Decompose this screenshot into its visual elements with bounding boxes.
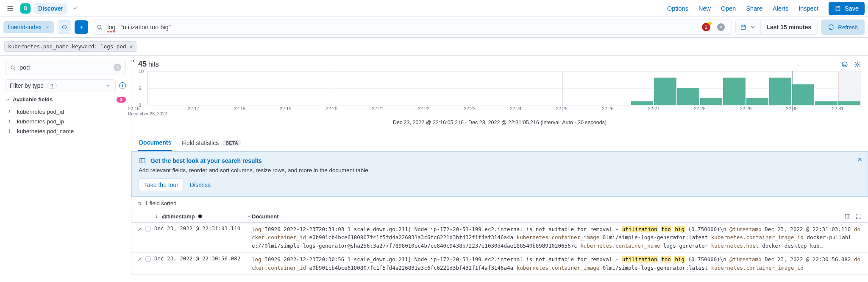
clock-icon xyxy=(198,214,203,219)
svg-point-1 xyxy=(98,25,101,28)
expand-row-icon[interactable]: ↗ xyxy=(137,226,142,232)
query-bar[interactable]: log : "utilization too big" 1 ✕ xyxy=(92,20,732,35)
field-item[interactable]: tkubernetes.pod_name xyxy=(5,126,126,136)
x-tick-label: 22:20 xyxy=(326,106,338,111)
topnav-new[interactable]: New xyxy=(698,5,711,12)
topnav-alerts[interactable]: Alerts xyxy=(773,5,788,12)
callout-title: Get the best look at your search results xyxy=(150,157,262,164)
row-timestamp: Dec 23, 2022 @ 22:31:03.110 xyxy=(154,225,252,232)
field-type-icon: t xyxy=(6,128,13,134)
table-icon xyxy=(139,157,146,165)
sort-icon xyxy=(137,201,142,206)
available-fields-label: Available fields xyxy=(13,96,53,103)
svg-rect-6 xyxy=(140,159,145,163)
field-type-icon: t xyxy=(6,118,13,125)
histogram-bar[interactable] xyxy=(654,78,676,105)
field-item[interactable]: tkubernetes.pod_ip xyxy=(5,117,126,126)
filter-chip-label: kubernetes.pod_name.keyword: logs-pod xyxy=(8,43,126,50)
chevron-down-icon xyxy=(105,83,111,89)
add-filter-button[interactable] xyxy=(75,20,88,34)
filter-by-type[interactable]: Filter by type 0 xyxy=(5,79,116,92)
filter-chip-remove[interactable]: ✕ xyxy=(129,43,133,50)
histogram-bar[interactable] xyxy=(746,98,768,105)
saved-check-icon xyxy=(72,5,78,12)
field-search-input[interactable] xyxy=(19,64,110,71)
row-checkbox[interactable] xyxy=(145,256,151,262)
column-header-document[interactable]: Document xyxy=(252,213,844,220)
x-tick-label: 22:16December 23, 2022 xyxy=(128,106,167,116)
dismiss-link[interactable]: Dismiss xyxy=(190,181,211,188)
chevron-down-icon[interactable] xyxy=(247,214,252,219)
histogram-bar[interactable] xyxy=(792,84,814,105)
expand-row-icon[interactable]: ↗ xyxy=(137,256,142,262)
svg-rect-2 xyxy=(741,25,746,29)
svg-point-3 xyxy=(11,66,14,69)
hit-count: 45 hits xyxy=(138,60,159,69)
resize-handle[interactable]: ══ xyxy=(138,126,861,132)
histogram-bar[interactable] xyxy=(700,98,722,105)
space-avatar[interactable]: D xyxy=(20,3,31,14)
table-row: ↗ Dec 23, 2022 @ 22:30:56.082 log I0926 … xyxy=(131,253,868,275)
filter-chip[interactable]: kubernetes.pod_name.keyword: logs-pod ✕ xyxy=(4,41,136,52)
chevron-down-icon xyxy=(45,25,50,30)
available-fields-header[interactable]: Available fields 3 xyxy=(5,96,126,103)
nav-menu-button[interactable] xyxy=(3,2,17,15)
histogram-bar[interactable] xyxy=(677,88,699,105)
column-header-timestamp[interactable]: @timestamp xyxy=(154,213,252,220)
x-tick-label: 22:19 xyxy=(280,106,292,111)
take-tour-button[interactable]: Take the tour xyxy=(139,179,184,191)
refresh-button[interactable]: Refresh xyxy=(821,20,865,35)
sidebar-collapse-button[interactable] xyxy=(130,58,138,65)
date-range-display[interactable]: Last 15 minutes xyxy=(761,20,818,35)
query-clear-button[interactable]: ✕ xyxy=(717,23,725,31)
table-row: ↗ Dec 23, 2022 @ 22:31:03.110 log I0926 … xyxy=(131,223,868,253)
x-tick-label: 22:18 xyxy=(234,106,245,111)
chart-options-icon[interactable] xyxy=(841,61,849,68)
histogram-bar[interactable] xyxy=(838,101,860,105)
available-fields-count: 3 xyxy=(117,97,126,103)
index-pattern-selector[interactable]: fluentd-index xyxy=(3,21,54,33)
topnav-share[interactable]: Share xyxy=(746,5,762,12)
tab-documents[interactable]: Documents xyxy=(138,135,172,151)
x-tick-label: 22:28 xyxy=(694,106,706,111)
topnav-inspect[interactable]: Inspect xyxy=(798,5,818,12)
calendar-icon xyxy=(740,24,747,31)
histogram-bar[interactable] xyxy=(723,78,745,105)
filter-by-type-label: Filter by type xyxy=(10,82,44,89)
gear-icon[interactable] xyxy=(854,61,861,68)
filter-help-icon[interactable]: i xyxy=(119,82,126,89)
topnav-open[interactable]: Open xyxy=(721,5,736,12)
tab-field-statistics[interactable]: Field statistics xyxy=(181,135,220,151)
field-search-clear[interactable]: ✕ xyxy=(114,64,121,71)
callout-close[interactable]: ✕ xyxy=(857,156,862,163)
query-warning-badge[interactable]: 1 xyxy=(702,23,710,31)
columns-icon[interactable] xyxy=(844,213,851,220)
field-item[interactable]: tkubernetes.pod_id xyxy=(5,107,126,117)
x-tick-label: 22:24 xyxy=(510,106,522,111)
histogram-bar[interactable] xyxy=(815,101,837,105)
refresh-label: Refresh xyxy=(838,24,858,31)
beta-badge: BETA xyxy=(223,140,241,146)
x-tick-label: 22:23 xyxy=(464,106,476,111)
histogram-chart[interactable]: 0510 xyxy=(147,71,861,105)
save-button[interactable]: Save xyxy=(829,2,865,15)
date-quick-select[interactable] xyxy=(735,20,761,35)
sort-summary[interactable]: 1 field sorted xyxy=(131,197,868,210)
index-pattern-label: fluentd-index xyxy=(8,24,42,31)
search-icon xyxy=(10,64,16,71)
row-checkbox[interactable] xyxy=(145,226,151,232)
callout-body: Add relevant fields, reorder and sort co… xyxy=(139,167,861,173)
field-name: kubernetes.pod_name xyxy=(17,128,74,134)
plus-icon xyxy=(78,24,84,30)
filter-settings-button[interactable] xyxy=(58,20,71,34)
topnav-options[interactable]: Options xyxy=(667,5,688,12)
field-search[interactable]: ✕ xyxy=(5,60,126,75)
app-name-pill[interactable]: Discover xyxy=(34,3,67,14)
fullscreen-icon[interactable] xyxy=(855,213,862,220)
histogram-bar[interactable] xyxy=(631,101,653,105)
chevron-down-icon xyxy=(5,97,10,102)
chevron-down-icon xyxy=(749,24,756,31)
sort-desc-icon xyxy=(154,214,159,219)
x-tick-label: 22:29 xyxy=(740,106,752,111)
histogram-bar[interactable] xyxy=(769,78,791,105)
